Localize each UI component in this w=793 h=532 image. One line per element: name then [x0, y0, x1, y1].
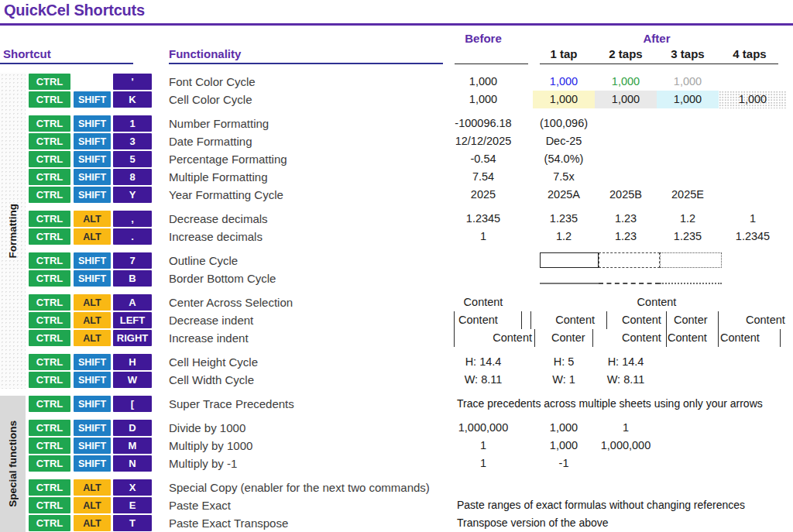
- key-ctrl: CTRL: [29, 396, 70, 412]
- cell-border-line: [521, 311, 522, 329]
- functionality-label: Cell Width Cycle: [169, 371, 254, 389]
- after-value-tap1: 7.5x: [533, 168, 595, 186]
- after-value-tap2: 1,000: [595, 73, 657, 91]
- shortcut-row: CTRLALTRIGHTIncrease indentContentConter…: [0, 329, 793, 347]
- outline-demo-box-solid: [540, 252, 599, 268]
- after-value-tap1: H: 5: [533, 353, 595, 371]
- cell-border-line: [534, 329, 535, 347]
- key-shift: SHIFT: [74, 372, 111, 388]
- before-value: 1,000: [443, 91, 524, 108]
- after-value-tap2: 1,000: [595, 91, 657, 108]
- before-value: -100096.18: [443, 115, 524, 132]
- key-ctrl: CTRL: [29, 169, 70, 185]
- key-ctrl: CTRL: [29, 187, 70, 203]
- key-letter: Y: [113, 187, 152, 203]
- before-value: 1: [443, 437, 524, 455]
- shortcut-row: CTRLALTEPaste ExactPaste ranges of exact…: [0, 496, 793, 514]
- title-divider: [0, 23, 793, 26]
- column-header-2taps: 2 taps: [595, 47, 657, 60]
- shortcut-row: CTRLSHIFTYYear Formatting Cycle20252025A…: [0, 186, 793, 204]
- indent-demo-content: Conter: [674, 311, 708, 329]
- shortcut-row: CTRLSHIFT3Date Formatting12/12/2025Dec-2…: [0, 132, 793, 150]
- cell-border-line: [718, 329, 719, 347]
- functionality-label: Date Formatting: [169, 132, 252, 150]
- functionality-label: Multiple Formatting: [169, 168, 268, 186]
- key-shift: SHIFT: [74, 438, 111, 454]
- shortcut-row: CTRLALTACenter Across SelectionContentCo…: [0, 293, 793, 311]
- functionality-label: Cell Color Cycle: [169, 91, 252, 108]
- key-alt: ALT: [74, 228, 111, 245]
- functionality-label: Cell Height Cycle: [169, 353, 258, 371]
- functionality-label: Year Formatting Cycle: [169, 186, 283, 204]
- cell-border-line: [718, 311, 719, 329]
- key-ctrl: CTRL: [29, 91, 70, 108]
- before-value: W: 8.11: [443, 371, 524, 389]
- outline-demo-box-dotted: [660, 252, 722, 268]
- key-ctrl: CTRL: [29, 133, 70, 149]
- key-shift: SHIFT: [74, 396, 111, 412]
- after-value-tap1: 1,000: [533, 73, 595, 91]
- outline-demo-box-dashed: [599, 252, 660, 268]
- key-ctrl: CTRL: [29, 372, 70, 388]
- key-ctrl: CTRL: [29, 294, 70, 311]
- key-letter: B: [113, 270, 152, 287]
- column-header-1tap: 1 tap: [533, 47, 595, 60]
- border-bottom-demo-solid: [540, 282, 599, 284]
- key-letter: 7: [113, 252, 152, 269]
- shortcut-row: CTRL'Font Color Cycle1,0001,0001,0001,00…: [0, 73, 793, 91]
- key-shift: SHIFT: [74, 187, 111, 203]
- shortcut-row: CTRLSHIFTDDivide by 10001,000,0001,0001: [0, 419, 793, 437]
- key-ctrl: CTRL: [29, 354, 70, 370]
- cell-border-line: [666, 311, 667, 329]
- after-value-tap3: 2025E: [657, 186, 719, 204]
- cell-border-line: [666, 329, 667, 347]
- before-value: 7.54: [443, 168, 524, 186]
- after-value-tap2: 1.23: [595, 210, 657, 228]
- after-value-tap1: 2025A: [533, 186, 595, 204]
- before-value: 1,000: [443, 73, 524, 91]
- cell-border-line: [592, 329, 593, 347]
- before-value: Content: [443, 293, 524, 311]
- key-letter: T: [113, 515, 152, 531]
- shortcut-row: CTRLSHIFT[Super Trace PrecedentsTrace pr…: [0, 395, 793, 413]
- key-ctrl: CTRL: [29, 497, 70, 513]
- functionality-label: Multiply by -1: [169, 455, 237, 472]
- after-value-tap1: 1,000: [533, 91, 595, 108]
- shortcut-row: CTRLALT.Increase decimals11.21.231.2351.…: [0, 228, 793, 245]
- column-header-3taps: 3 taps: [657, 47, 719, 60]
- key-letter: M: [113, 438, 152, 454]
- shortcut-row: CTRLSHIFTBBorder Bottom Cycle: [0, 269, 793, 287]
- key-ctrl: CTRL: [29, 252, 70, 269]
- after-value-tap2: 2025B: [595, 186, 657, 204]
- after-value-tap1: Dec-25: [533, 132, 595, 150]
- after-value-tap2: H: 14.4: [595, 353, 657, 371]
- functionality-label: Number Formatting: [169, 115, 269, 132]
- before-value: 1.2345: [443, 210, 524, 228]
- key-letter: 5: [113, 151, 152, 167]
- functionality-label: Multiply by 1000: [169, 437, 252, 455]
- result-note: Trace precedents across multiple sheets …: [457, 395, 763, 413]
- functionality-label: Center Across Selection: [169, 293, 293, 311]
- key-ctrl: CTRL: [29, 312, 70, 328]
- key-alt: ALT: [74, 479, 111, 496]
- column-header-after: After: [533, 32, 781, 45]
- after-value-tap1: (54.0%): [533, 150, 595, 168]
- before-value: 12/12/2025: [443, 132, 524, 150]
- shortcut-row: CTRLALTTPaste Exact TransposeTranspose v…: [0, 514, 793, 532]
- shortcut-rows: CTRL'Font Color Cycle1,0001,0001,0001,00…: [0, 73, 793, 532]
- key-letter: RIGHT: [113, 330, 152, 346]
- key-shift: SHIFT: [74, 115, 111, 132]
- column-header-4taps: 4 taps: [719, 47, 781, 60]
- indent-demo-content: Content: [622, 329, 661, 347]
- key-letter: [: [113, 396, 152, 412]
- functionality-label: Increase indent: [169, 329, 249, 347]
- indent-demo-content: Conter: [551, 329, 585, 347]
- key-shift: SHIFT: [74, 133, 111, 149]
- after-value-tap3: 1.235: [657, 228, 719, 245]
- key-letter: K: [113, 91, 152, 108]
- functionality-underline: [169, 63, 443, 64]
- functionality-label: Decrease indent: [169, 311, 253, 329]
- shortcut-row: CTRLSHIFTNMultiply by -11-1: [0, 455, 793, 472]
- functionality-label: Paste Exact: [169, 496, 231, 514]
- column-header-functionality: Functionality: [169, 47, 241, 60]
